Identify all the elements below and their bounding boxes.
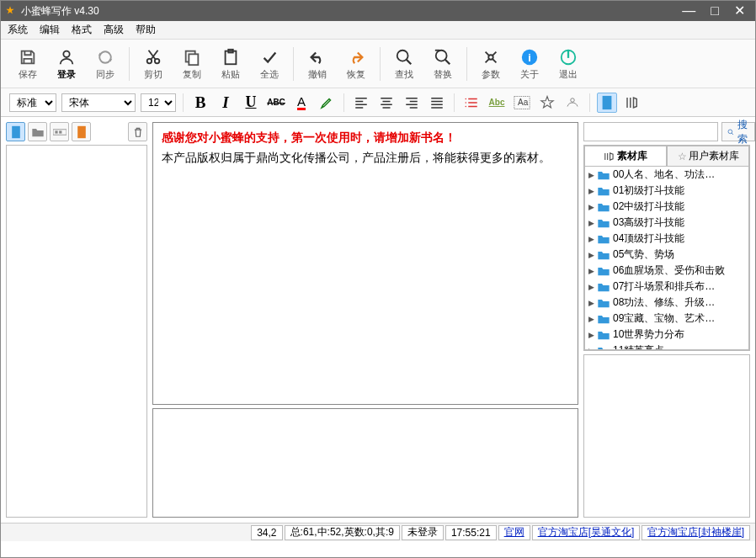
expand-icon: ▶ [588, 251, 597, 259]
align-left-button[interactable] [351, 93, 371, 113]
left-btn-3[interactable] [50, 122, 69, 141]
search-input[interactable] [583, 122, 718, 141]
editor-line1: 感谢您对小蜜蜂的支持，第一次使用时，请增加新书名！ [162, 128, 569, 148]
login-icon [57, 46, 76, 68]
expand-icon: ▶ [588, 187, 597, 195]
tree-item[interactable]: ▶11精英高点 [585, 343, 748, 350]
tree-item[interactable]: ▶02中级打斗技能 [585, 199, 748, 215]
tree-item[interactable]: ▶07打斗场景和排兵布… [585, 279, 748, 295]
folder-icon [597, 233, 610, 245]
material-tree[interactable]: ▶00人名、地名、功法…▶01初级打斗技能▶02中级打斗技能▶03高级打斗技能▶… [584, 167, 749, 350]
tree-item[interactable]: ▶09宝藏、宝物、艺术… [585, 311, 748, 327]
link-official[interactable]: 官网 [504, 525, 524, 539]
status-count: 总:61,中:52,英数:0,其:9 [285, 525, 400, 540]
view2-button[interactable] [622, 93, 642, 113]
toolbar-login[interactable]: 登录 [48, 46, 85, 81]
toolbar-sync[interactable]: 同步 [87, 46, 124, 81]
size-select[interactable]: 12 [141, 93, 176, 112]
editor-line2: 本产品版权归属于鼎尚文化传播公司，产品注册后，将能获得更多的素材。 [162, 148, 569, 168]
expand-icon: ▶ [588, 315, 597, 323]
cut-icon [144, 46, 162, 68]
menu-edit[interactable]: 编辑 [40, 23, 60, 37]
left-btn-2[interactable] [28, 122, 47, 141]
style-select[interactable]: 标准 [9, 93, 56, 112]
font-select[interactable]: 宋体 [61, 93, 136, 112]
align-center-button[interactable] [376, 93, 397, 113]
toolbar-settings[interactable]: 参数 [472, 46, 509, 81]
tree-item[interactable]: ▶03高级打斗技能 [585, 215, 748, 231]
toolbar-about[interactable]: i关于 [511, 46, 548, 81]
toolbar-cut[interactable]: 剪切 [135, 46, 172, 81]
svg-point-7 [397, 50, 408, 61]
tree-item[interactable]: ▶05气势、势场 [585, 247, 748, 263]
underline-button[interactable]: U [241, 93, 261, 113]
toolbar-selectall[interactable]: 全选 [251, 46, 288, 81]
expand-icon: ▶ [588, 299, 597, 307]
bottom-editor[interactable] [152, 408, 578, 518]
svg-rect-23 [59, 130, 61, 133]
tree-item[interactable]: ▶00人名、地名、功法… [585, 167, 748, 183]
folder-icon [597, 297, 610, 309]
save-icon [19, 46, 37, 68]
window-title: 小蜜蜂写作 v4.30 [21, 4, 682, 19]
view1-button[interactable] [597, 93, 617, 113]
toolbar-redo[interactable]: 恢复 [338, 46, 375, 81]
maximize-button[interactable]: □ [711, 4, 719, 18]
toolbar-exit[interactable]: 退出 [550, 46, 587, 81]
bold-button[interactable]: B [190, 93, 210, 113]
toolbar-find[interactable]: 查找 [386, 46, 423, 81]
menu-format[interactable]: 格式 [72, 23, 92, 37]
translate-button[interactable]: Aa [512, 93, 532, 113]
toolbar-save[interactable]: 保存 [9, 46, 46, 81]
left-btn-1[interactable] [6, 122, 25, 141]
align-justify-button[interactable] [427, 93, 447, 113]
tree-item[interactable]: ▶08功法、修练、升级… [585, 295, 748, 311]
status-time: 17:55:21 [445, 525, 497, 540]
folder-icon [597, 345, 610, 351]
folder-icon [597, 217, 610, 229]
minimize-button[interactable]: — [682, 4, 695, 18]
tab-material[interactable]: 素材库 [584, 146, 667, 166]
close-button[interactable]: ✕ [734, 4, 745, 18]
tools-button[interactable] [562, 93, 583, 113]
check-button[interactable]: Abc [487, 93, 507, 113]
settings-icon [482, 46, 500, 68]
folder-icon [597, 265, 610, 277]
tree-item[interactable]: ▶06血腥场景、受伤和击败 [585, 263, 748, 279]
svg-point-8 [436, 50, 447, 61]
toolbar-undo[interactable]: 撤销 [299, 46, 336, 81]
svg-point-13 [466, 98, 467, 99]
toolbar-copy[interactable]: 复制 [173, 46, 210, 81]
strikethrough-button[interactable]: ABC [266, 93, 286, 113]
italic-button[interactable]: I [216, 93, 236, 113]
link-taobao2[interactable]: 官方淘宝店[封袖楼崖] [647, 525, 744, 539]
svg-point-14 [466, 102, 467, 104]
link-taobao1[interactable]: 官方淘宝店[昊通文化] [538, 525, 635, 539]
tree-item[interactable]: ▶04顶级打斗技能 [585, 231, 748, 247]
highlight-button[interactable] [317, 93, 337, 113]
favorite-button[interactable] [537, 93, 557, 113]
toolbar-paste[interactable]: 粘贴 [212, 46, 249, 81]
delete-button[interactable] [128, 122, 147, 141]
tab-user-material[interactable]: ☆用户素材库 [667, 146, 749, 166]
list-button[interactable] [461, 93, 482, 113]
align-right-button[interactable] [402, 93, 422, 113]
search-button[interactable]: 搜索 [721, 122, 755, 141]
left-tree[interactable] [6, 145, 147, 518]
toolbar-replace[interactable]: 替换 [424, 46, 461, 81]
main-editor[interactable]: 感谢您对小蜜蜂的支持，第一次使用时，请增加新书名！ 本产品版权归属于鼎尚文化传播… [152, 122, 578, 405]
tree-item[interactable]: ▶10世界势力分布 [585, 327, 748, 343]
left-btn-4[interactable] [72, 122, 91, 141]
selectall-icon [260, 46, 279, 68]
status-login: 未登录 [402, 525, 444, 540]
right-preview[interactable] [583, 354, 750, 518]
menu-system[interactable]: 系统 [8, 23, 28, 37]
tree-item[interactable]: ▶01初级打斗技能 [585, 183, 748, 199]
folder-icon [597, 329, 610, 341]
font-color-button[interactable]: A [291, 93, 311, 113]
svg-rect-4 [189, 54, 198, 65]
redo-icon [347, 46, 365, 68]
menu-help[interactable]: 帮助 [136, 23, 156, 37]
menu-advanced[interactable]: 高级 [104, 23, 124, 37]
exit-icon [559, 46, 578, 68]
